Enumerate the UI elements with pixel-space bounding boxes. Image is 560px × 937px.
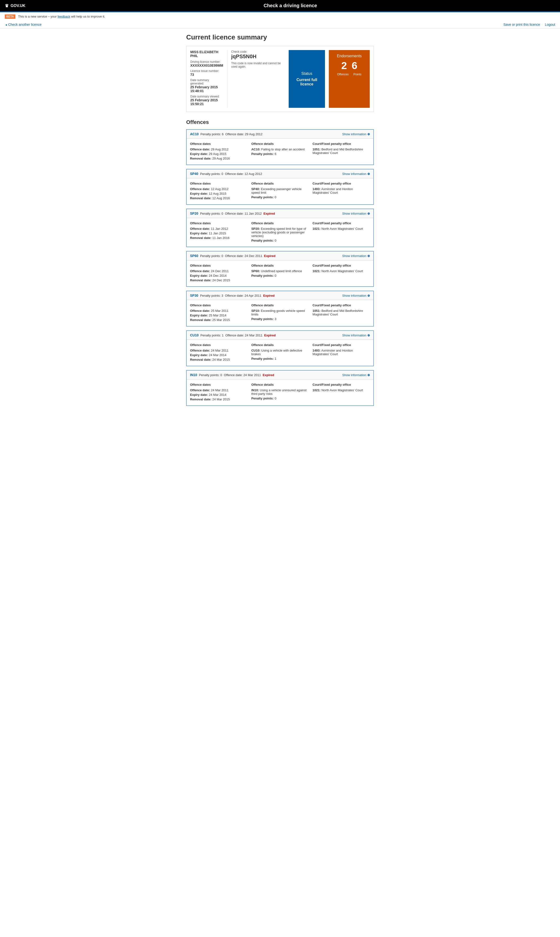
offence-penalty-points: Penalty points: 0 Offence date: 24 Dec 2… bbox=[199, 254, 275, 258]
offence-header: IN10 Penalty points: 0 Offence date: 24 … bbox=[187, 371, 373, 379]
offence-penalty-points: Penalty points: 0 Offence date: 11 Jan 2… bbox=[199, 212, 275, 215]
offence-code: AC10 bbox=[190, 132, 199, 136]
offence-summary: SP60 Penalty points: 0 Offence date: 24 … bbox=[190, 254, 275, 258]
offence-details-title: Offence details bbox=[251, 383, 309, 386]
expired-badge: Expired bbox=[263, 373, 274, 377]
offence-court: 1051: Bedford and Mid Bedfordshire Magis… bbox=[312, 148, 370, 155]
offence-dates-title: Offence dates bbox=[190, 383, 248, 386]
show-info-text: Show information bbox=[342, 254, 366, 258]
offence-body: Offence dates Offence date: 24 Mar 2011 … bbox=[187, 379, 373, 405]
offence-court-col: Court/Fixed penalty office 1021: North A… bbox=[312, 383, 370, 402]
show-info-text: Show information bbox=[342, 212, 366, 215]
offence-penalty-points: Penalty points: 0 Offence date: 12 Aug 2… bbox=[199, 172, 264, 175]
status-box: Status Current full licence bbox=[289, 50, 325, 108]
nav-bar: Check another licence Save or print this… bbox=[0, 21, 560, 29]
show-information-button[interactable]: Show information ⊕ bbox=[342, 132, 370, 136]
offence-description: SP10: Exceeding goods vehicle speed limi… bbox=[251, 309, 309, 316]
offence-card: SP20 Penalty points: 0 Offence date: 11 … bbox=[186, 209, 374, 247]
offence-summary: SP40 Penalty points: 0 Offence date: 12 … bbox=[190, 172, 264, 175]
feedback-link[interactable]: feedback bbox=[57, 15, 70, 18]
offence-dates-col: Offence dates Offence date: 12 Aug 2012 … bbox=[190, 182, 248, 201]
expiry-date-field: Expiry date: 24 Dec 2014 bbox=[190, 274, 248, 277]
offence-court-col: Court/Fixed penalty office 1051: Bedford… bbox=[312, 142, 370, 161]
expiry-date-field: Expiry date: 24 Mar 2014 bbox=[190, 393, 248, 397]
offence-penalty-points-detail: Penalty points: 0 bbox=[251, 239, 309, 242]
show-information-button[interactable]: Show information ⊕ bbox=[342, 294, 370, 297]
show-information-button[interactable]: Show information ⊕ bbox=[342, 334, 370, 337]
offence-dates-title: Offence dates bbox=[190, 142, 248, 146]
save-print-link[interactable]: Save or print this licence bbox=[503, 23, 540, 26]
offence-summary: SP20 Penalty points: 0 Offence date: 11 … bbox=[190, 211, 275, 215]
offence-details-title: Offence details bbox=[251, 222, 309, 225]
offence-header: SP30 Penalty points: 3 Offence date: 24 … bbox=[187, 291, 373, 300]
plus-icon: ⊕ bbox=[367, 254, 370, 258]
date-generated-label: Date summary generated: bbox=[190, 78, 223, 85]
expiry-date-field: Expiry date: 29 Aug 2015 bbox=[190, 152, 248, 156]
check-another-licence-link[interactable]: Check another licence bbox=[5, 23, 42, 26]
plus-icon: ⊕ bbox=[367, 294, 370, 297]
show-information-button[interactable]: Show information ⊕ bbox=[342, 212, 370, 215]
offence-body: Offence dates Offence date: 24 Mar 2011 … bbox=[187, 340, 373, 366]
plus-icon: ⊕ bbox=[367, 132, 370, 136]
beta-tag: BETA bbox=[5, 14, 15, 19]
offences-count: 2 bbox=[342, 61, 347, 71]
offence-penalty-points: Penalty points: 3 Offence date: 24 Apr 2… bbox=[199, 294, 274, 297]
offence-code: SP60 bbox=[190, 254, 198, 258]
offence-penalty-points-detail: Penalty points: 3 bbox=[251, 317, 309, 321]
expiry-date-field: Expiry date: 24 Mar 2014 bbox=[190, 353, 248, 357]
removal-date-field: Removal date: 25 Mar 2015 bbox=[190, 318, 248, 322]
offence-date-field: Offence date: 29 Aug 2012 bbox=[190, 148, 248, 151]
offence-court: 1493: Axminster and Honiton Magistrates'… bbox=[312, 349, 370, 356]
offence-details-title: Offence details bbox=[251, 182, 309, 185]
offence-summary: IN10 Penalty points: 0 Offence date: 24 … bbox=[190, 373, 274, 377]
beta-banner: BETA This is a new service – your feedba… bbox=[0, 11, 560, 21]
logout-link[interactable]: Logout bbox=[545, 23, 555, 26]
beta-text-after: will help us to improve it. bbox=[71, 15, 105, 18]
offence-description: IN10: Using a vehicle uninsured against … bbox=[251, 388, 309, 395]
offence-header: AC10 Penalty points: 6 Offence date: 29 … bbox=[187, 130, 373, 138]
offence-header: SP60 Penalty points: 0 Offence date: 24 … bbox=[187, 251, 373, 260]
expired-badge: Expired bbox=[264, 334, 276, 337]
plus-icon: ⊕ bbox=[367, 212, 370, 215]
show-information-button[interactable]: Show information ⊕ bbox=[342, 172, 370, 175]
expired-badge: Expired bbox=[264, 254, 275, 258]
endorsements-labels: Offences Points bbox=[333, 73, 366, 76]
show-information-button[interactable]: Show information ⊕ bbox=[342, 373, 370, 377]
offence-details-col: Offence details SP20: Exceeding speed li… bbox=[251, 222, 309, 243]
offence-details-col: Offence details SP40: Exceeding passenge… bbox=[251, 182, 309, 201]
points-count: 6 bbox=[352, 61, 357, 71]
points-label: Points bbox=[353, 73, 361, 76]
check-code-value: jqPS5N0H bbox=[231, 54, 285, 60]
expired-badge: Expired bbox=[263, 294, 275, 297]
offence-court-title: Court/Fixed penalty office bbox=[312, 383, 370, 386]
offence-code: CU10 bbox=[190, 333, 199, 337]
offence-header: SP40 Penalty points: 0 Offence date: 12 … bbox=[187, 169, 373, 178]
removal-date-field: Removal date: 12 Aug 2016 bbox=[190, 196, 248, 200]
offence-dates-title: Offence dates bbox=[190, 343, 248, 347]
offence-description: AC10: Failing to stop after an accident bbox=[251, 148, 309, 151]
issue-number-label: Licence issue number: bbox=[190, 69, 223, 73]
show-information-button[interactable]: Show information ⊕ bbox=[342, 254, 370, 258]
offence-dates-col: Offence dates Offence date: 24 Mar 2011 … bbox=[190, 383, 248, 402]
offence-description: SP60: Undefined speed limit offence bbox=[251, 269, 309, 273]
offence-dates-title: Offence dates bbox=[190, 303, 248, 307]
offence-body: Offence dates Offence date: 29 Aug 2012 … bbox=[187, 138, 373, 165]
offence-card: SP40 Penalty points: 0 Offence date: 12 … bbox=[186, 169, 374, 205]
removal-date-field: Removal date: 24 Dec 2015 bbox=[190, 278, 248, 282]
plus-icon: ⊕ bbox=[367, 334, 370, 337]
offence-dates-title: Offence dates bbox=[190, 182, 248, 185]
offence-court-title: Court/Fixed penalty office bbox=[312, 142, 370, 146]
offence-details-title: Offence details bbox=[251, 343, 309, 347]
offence-details-title: Offence details bbox=[251, 303, 309, 307]
offence-court: 1021: North Avon Magistrates' Court bbox=[312, 388, 370, 392]
offence-card: CU10 Penalty points: 1 Offence date: 24 … bbox=[186, 330, 374, 366]
offence-court: 1493: Axminster and Honiton Magistrates'… bbox=[312, 187, 370, 194]
offence-dates-col: Offence dates Offence date: 24 Mar 2011 … bbox=[190, 343, 248, 362]
offence-body: Offence dates Offence date: 24 Dec 2011 … bbox=[187, 260, 373, 286]
offence-court: 1051: Bedford and Mid Bedfordshire Magis… bbox=[312, 309, 370, 316]
summary-info: MISS ELIZABETH PHIL Driving licence numb… bbox=[190, 50, 223, 108]
show-info-text: Show information bbox=[342, 373, 366, 377]
offence-penalty-points: Penalty points: 0 Offence date: 24 Mar 2… bbox=[198, 373, 274, 377]
offence-penalty-points-detail: Penalty points: 6 bbox=[251, 152, 309, 156]
issue-number: 73 bbox=[190, 73, 223, 77]
